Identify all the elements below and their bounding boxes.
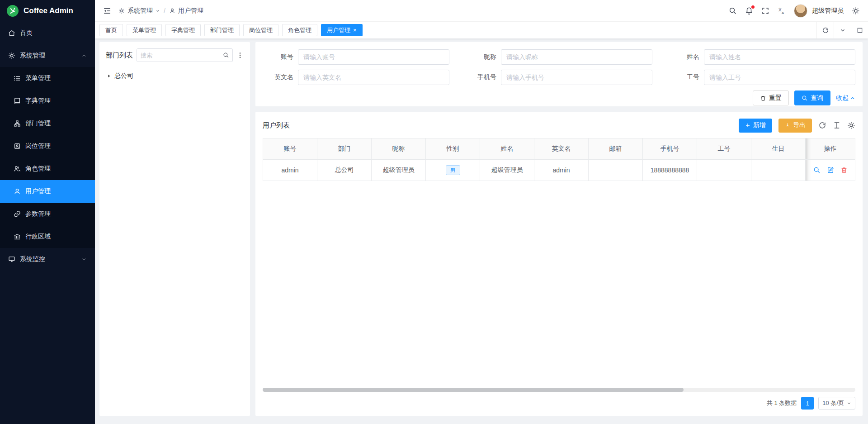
id-badge-icon <box>14 143 21 150</box>
name-input[interactable] <box>704 49 855 65</box>
sidebar-item-post-mgmt[interactable]: 岗位管理 <box>0 135 95 157</box>
tab-bar: 首页 菜单管理 字典管理 部门管理 岗位管理 角色管理 用户管理 × <box>95 22 868 38</box>
cell-english-name: admin <box>534 160 589 181</box>
collapse-sidebar-icon[interactable] <box>103 7 111 15</box>
view-magnifier-icon[interactable] <box>813 167 821 174</box>
fullscreen-icon[interactable] <box>761 7 769 15</box>
gear-icon[interactable] <box>852 7 860 15</box>
app-title: Coffee Admin <box>24 6 73 15</box>
filter-label: 昵称 <box>466 53 501 61</box>
book-icon <box>14 97 21 105</box>
close-icon[interactable]: × <box>353 27 357 33</box>
refresh-icon[interactable] <box>818 121 826 129</box>
header-actions: 文A 超级管理员 <box>729 4 860 18</box>
search-icon[interactable] <box>219 49 232 62</box>
sidebar-group-monitor[interactable]: 系统监控 <box>0 248 95 271</box>
filter-label: 手机号 <box>466 73 501 81</box>
column-header: 邮箱 <box>589 138 643 160</box>
breadcrumb-level1[interactable]: 系统管理 <box>127 7 153 15</box>
sidebar-group-label: 系统管理 <box>20 52 45 60</box>
tree-node-root[interactable]: 总公司 <box>106 69 244 83</box>
column-header-operations: 操作 <box>806 138 855 160</box>
bell-icon[interactable] <box>745 7 753 15</box>
sidebar-menu: 首页 系统管理 菜单管理 字典管理 部门管理 岗位管理 <box>0 22 95 271</box>
translate-icon[interactable]: 文A <box>778 7 786 15</box>
tab-dict-mgmt[interactable]: 字典管理 <box>165 24 201 36</box>
query-button[interactable]: 查询 <box>794 91 830 105</box>
sidebar-group-label: 系统监控 <box>20 255 45 263</box>
breadcrumb: 系统管理 / 用户管理 <box>118 7 203 15</box>
sidebar-item-label: 参数管理 <box>25 210 51 218</box>
download-icon <box>785 123 790 128</box>
department-panel: 部门列表 总公司 <box>99 42 250 416</box>
filter-field-account: 账号 <box>263 49 449 65</box>
sidebar-item-dept-mgmt[interactable]: 部门管理 <box>0 112 95 135</box>
gear-icon <box>118 8 125 14</box>
reset-button[interactable]: 重置 <box>753 91 789 105</box>
column-settings-icon[interactable] <box>833 121 841 129</box>
cell-account: admin <box>263 160 317 181</box>
sidebar-item-menu-mgmt[interactable]: 菜单管理 <box>0 67 95 90</box>
cell-name: 超级管理员 <box>480 160 534 181</box>
sidebar: Coffee Admin 首页 系统管理 菜单管理 字典管理 部门管理 <box>0 0 95 424</box>
user-list-title: 用户列表 <box>263 121 290 130</box>
sidebar-item-dict-mgmt[interactable]: 字典管理 <box>0 90 95 112</box>
tab-menu-mgmt[interactable]: 菜单管理 <box>127 24 162 36</box>
sidebar-item-label: 角色管理 <box>25 165 51 173</box>
collapse-filter-link[interactable]: 收起 <box>836 94 855 102</box>
maximize-icon[interactable] <box>851 22 868 38</box>
department-search-input[interactable] <box>137 49 219 62</box>
tab-user-mgmt[interactable]: 用户管理 × <box>321 24 363 36</box>
phone-input[interactable] <box>501 70 652 85</box>
column-header: 部门 <box>317 138 372 160</box>
page-number-button[interactable]: 1 <box>801 397 814 410</box>
link-icon <box>14 210 21 218</box>
horizontal-scrollbar-thumb[interactable] <box>263 388 684 392</box>
refresh-icon[interactable] <box>816 22 834 38</box>
more-options-icon[interactable] <box>236 52 244 59</box>
main-panel: 账号 昵称 姓名 英文名 手机号 <box>255 42 863 416</box>
filter-label: 姓名 <box>669 53 704 61</box>
cell-operations <box>806 160 855 181</box>
filter-field-english-name: 英文名 <box>263 70 449 85</box>
tree-node-label: 总公司 <box>114 72 133 80</box>
username[interactable]: 超级管理员 <box>812 7 844 15</box>
edit-icon[interactable] <box>827 167 834 174</box>
chevron-down-icon[interactable] <box>834 22 851 38</box>
content-area: 部门列表 总公司 账号 昵称 <box>95 38 868 424</box>
nickname-input[interactable] <box>501 49 652 65</box>
tab-dept-mgmt[interactable]: 部门管理 <box>204 24 240 36</box>
search-icon[interactable] <box>729 7 737 15</box>
tab-home[interactable]: 首页 <box>99 24 123 36</box>
export-button[interactable]: 导出 <box>778 119 812 133</box>
sidebar-item-label: 字典管理 <box>25 97 51 105</box>
trash-icon[interactable] <box>840 167 848 174</box>
sidebar-item-param-mgmt[interactable]: 参数管理 <box>0 203 95 225</box>
cell-dept: 总公司 <box>317 160 372 181</box>
cell-job-number <box>697 160 751 181</box>
caret-right-icon[interactable] <box>107 74 111 78</box>
chevron-up-icon <box>850 95 855 101</box>
sidebar-item-region[interactable]: 行政区域 <box>0 225 95 248</box>
user-list-tools: 新增 导出 <box>739 119 855 133</box>
account-input[interactable] <box>298 49 449 65</box>
tab-post-mgmt[interactable]: 岗位管理 <box>243 24 278 36</box>
user-list-header: 用户列表 新增 导出 <box>263 117 855 133</box>
filter-card: 账号 昵称 姓名 英文名 手机号 <box>255 42 863 106</box>
sidebar-item-label: 菜单管理 <box>25 74 51 82</box>
sidebar-submenu-system: 菜单管理 字典管理 部门管理 岗位管理 角色管理 用户管理 <box>0 67 95 248</box>
english-name-input[interactable] <box>298 70 449 85</box>
tab-role-mgmt[interactable]: 角色管理 <box>282 24 317 36</box>
sidebar-item-user-mgmt[interactable]: 用户管理 <box>0 180 95 203</box>
sidebar-group-system[interactable]: 系统管理 <box>0 44 95 67</box>
page-size-select[interactable]: 10 条/页 <box>818 397 855 410</box>
plus-icon <box>745 123 750 128</box>
sidebar-item-role-mgmt[interactable]: 角色管理 <box>0 157 95 180</box>
add-user-button[interactable]: 新增 <box>739 119 772 133</box>
job-number-input[interactable] <box>704 70 855 85</box>
avatar[interactable] <box>794 4 807 18</box>
sidebar-item-home[interactable]: 首页 <box>0 22 95 44</box>
sidebar-item-label: 行政区域 <box>25 233 51 241</box>
filter-label: 账号 <box>263 53 298 61</box>
gear-icon[interactable] <box>847 121 855 129</box>
